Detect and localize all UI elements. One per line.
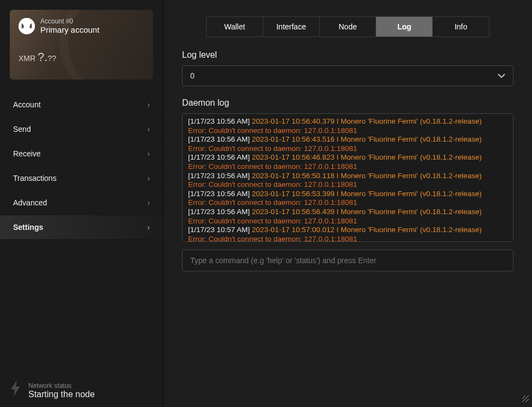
sidebar-nav: Account›Send›Receive›Transactions›Advanc… <box>0 93 163 240</box>
sidebar-item-account[interactable]: Account› <box>0 93 163 117</box>
chevron-right-icon: › <box>147 198 150 207</box>
account-header: Account #0 Primary account <box>19 17 144 35</box>
tab-info[interactable]: Info <box>433 17 489 37</box>
log-level-select[interactable]: 0 <box>182 65 513 86</box>
log-entry: [1/17/23 10:56 AM] 2023-01-17 10:56:56.4… <box>188 208 507 226</box>
sidebar-item-label: Receive <box>13 149 41 158</box>
chevron-right-icon: › <box>147 174 150 183</box>
daemon-log-label: Daemon log <box>182 98 513 108</box>
sidebar-item-receive[interactable]: Receive› <box>0 142 163 166</box>
log-info: 2023-01-17 10:56:50.118 I Monero 'Fluori… <box>252 172 482 180</box>
network-status-text: Starting the node <box>28 390 95 399</box>
monero-logo-icon <box>19 18 35 34</box>
tab-wallet[interactable]: Wallet <box>207 17 263 37</box>
log-entry: [1/17/23 10:56 AM] 2023-01-17 10:56:43.5… <box>188 135 507 153</box>
daemon-log-output[interactable]: [1/17/23 10:56 AM] 2023-01-17 10:56:40.3… <box>182 113 513 242</box>
log-entry: [1/17/23 10:56 AM] 2023-01-17 10:56:46.8… <box>188 153 507 171</box>
main-content: WalletInterfaceNodeLogInfo Log level 0 D… <box>164 0 532 407</box>
bolt-icon <box>10 380 22 400</box>
account-text: Account #0 Primary account <box>40 17 99 35</box>
account-balance: XMR ?.?? <box>19 50 144 64</box>
log-timestamp: [1/17/23 10:56 AM] <box>188 135 252 143</box>
sidebar-item-label: Settings <box>13 223 43 232</box>
balance-minor: ?? <box>47 54 56 63</box>
log-info: 2023-01-17 10:56:40.379 I Monero 'Fluori… <box>252 117 482 125</box>
log-timestamp: [1/17/23 10:56 AM] <box>188 208 252 216</box>
chevron-right-icon: › <box>147 149 150 158</box>
log-timestamp: [1/17/23 10:56 AM] <box>188 117 252 125</box>
log-entry: [1/17/23 10:56 AM] 2023-01-17 10:56:40.3… <box>188 117 507 135</box>
log-error: Error: Couldn't connect to daemon: 127.0… <box>188 126 507 136</box>
sidebar-item-label: Transactions <box>13 174 57 183</box>
account-name: Primary account <box>40 25 99 35</box>
log-info: 2023-01-17 10:57:00.012 I Monero 'Fluori… <box>252 226 482 234</box>
balance-currency: XMR <box>19 54 35 63</box>
log-timestamp: [1/17/23 10:56 AM] <box>188 172 252 180</box>
chevron-right-icon: › <box>147 125 150 133</box>
log-entry: [1/17/23 10:57 AM] 2023-01-17 10:57:00.0… <box>188 226 507 242</box>
sidebar-item-settings[interactable]: Settings› <box>0 215 163 240</box>
sidebar: Account #0 Primary account XMR ?.?? Acco… <box>0 0 164 407</box>
balance-major: ?. <box>38 50 47 64</box>
log-error: Error: Couldn't connect to daemon: 127.0… <box>188 144 507 154</box>
log-error: Error: Couldn't connect to daemon: 127.0… <box>188 198 507 208</box>
tab-interface[interactable]: Interface <box>263 17 320 37</box>
chevron-down-icon <box>498 71 505 80</box>
sidebar-item-label: Advanced <box>13 198 47 207</box>
log-info: 2023-01-17 10:56:43.516 I Monero 'Fluori… <box>252 135 482 143</box>
log-timestamp: [1/17/23 10:56 AM] <box>188 153 252 161</box>
sidebar-item-label: Send <box>13 125 31 133</box>
log-error: Error: Couldn't connect to daemon: 127.0… <box>188 235 507 242</box>
account-number: Account #0 <box>40 17 99 25</box>
log-error: Error: Couldn't connect to daemon: 127.0… <box>188 162 507 172</box>
account-card[interactable]: Account #0 Primary account XMR ?.?? <box>10 10 153 80</box>
svg-point-0 <box>19 18 35 34</box>
log-entry: [1/17/23 10:56 AM] 2023-01-17 10:56:53.3… <box>188 190 507 208</box>
log-error: Error: Couldn't connect to daemon: 127.0… <box>188 217 507 226</box>
sidebar-item-advanced[interactable]: Advanced› <box>0 191 163 215</box>
log-info: 2023-01-17 10:56:56.439 I Monero 'Fluori… <box>252 208 482 216</box>
log-entry: [1/17/23 10:56 AM] 2023-01-17 10:56:50.1… <box>188 172 507 190</box>
log-info: 2023-01-17 10:56:46.823 I Monero 'Fluori… <box>252 153 482 161</box>
tab-log[interactable]: Log <box>376 17 433 37</box>
resize-handle-icon[interactable] <box>521 394 530 405</box>
settings-tabs: WalletInterfaceNodeLogInfo <box>206 16 489 37</box>
sidebar-item-send[interactable]: Send› <box>0 117 163 142</box>
sidebar-item-label: Account <box>13 100 41 109</box>
log-timestamp: [1/17/23 10:56 AM] <box>188 190 252 198</box>
log-error: Error: Couldn't connect to daemon: 127.0… <box>188 180 507 190</box>
network-status: Network status Starting the node <box>10 380 95 400</box>
sidebar-item-transactions[interactable]: Transactions› <box>0 166 163 191</box>
log-level-value: 0 <box>190 71 195 80</box>
chevron-right-icon: › <box>147 100 150 109</box>
network-status-label: Network status <box>28 382 95 390</box>
log-info: 2023-01-17 10:56:53.399 I Monero 'Fluori… <box>252 190 482 198</box>
log-level-label: Log level <box>182 50 513 60</box>
chevron-right-icon: › <box>147 223 150 232</box>
tab-node[interactable]: Node <box>320 17 377 37</box>
command-input[interactable] <box>182 250 513 271</box>
log-timestamp: [1/17/23 10:57 AM] <box>188 226 252 234</box>
